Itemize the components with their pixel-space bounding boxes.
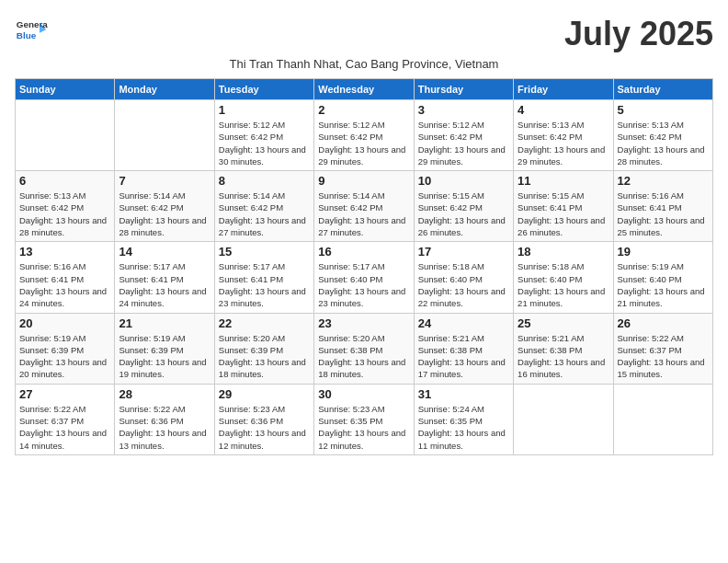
calendar-cell: 18Sunrise: 5:18 AMSunset: 6:40 PMDayligh…	[514, 242, 613, 313]
day-info: Sunrise: 5:17 AMSunset: 6:40 PMDaylight:…	[318, 260, 409, 309]
calendar-cell	[115, 100, 214, 171]
calendar-header-row: SundayMondayTuesdayWednesdayThursdayFrid…	[16, 79, 713, 100]
day-number: 22	[219, 316, 310, 330]
day-number: 30	[318, 387, 409, 401]
svg-text:Blue: Blue	[17, 30, 37, 40]
calendar-week-5: 27Sunrise: 5:22 AMSunset: 6:37 PMDayligh…	[16, 384, 713, 454]
calendar-cell: 13Sunrise: 5:16 AMSunset: 6:41 PMDayligh…	[16, 242, 115, 313]
day-number: 29	[219, 387, 310, 401]
calendar-cell	[514, 384, 613, 454]
day-number: 6	[19, 174, 110, 188]
weekday-header-saturday: Saturday	[613, 79, 712, 100]
calendar-cell: 10Sunrise: 5:15 AMSunset: 6:42 PMDayligh…	[414, 171, 513, 242]
day-number: 15	[219, 245, 310, 259]
day-number: 24	[418, 316, 509, 330]
day-number: 4	[518, 103, 609, 117]
day-number: 3	[418, 103, 509, 117]
calendar-cell: 15Sunrise: 5:17 AMSunset: 6:41 PMDayligh…	[214, 242, 313, 313]
weekday-header-thursday: Thursday	[414, 79, 513, 100]
calendar-cell: 27Sunrise: 5:22 AMSunset: 6:37 PMDayligh…	[16, 384, 115, 454]
day-info: Sunrise: 5:14 AMSunset: 6:42 PMDaylight:…	[119, 190, 210, 238]
day-number: 27	[19, 387, 110, 401]
day-info: Sunrise: 5:12 AMSunset: 6:42 PMDaylight:…	[318, 119, 409, 167]
day-number: 21	[119, 316, 210, 330]
day-info: Sunrise: 5:20 AMSunset: 6:38 PMDaylight:…	[318, 332, 409, 381]
calendar-cell: 21Sunrise: 5:19 AMSunset: 6:39 PMDayligh…	[115, 313, 214, 384]
day-info: Sunrise: 5:15 AMSunset: 6:42 PMDaylight:…	[418, 190, 509, 238]
calendar-cell: 14Sunrise: 5:17 AMSunset: 6:41 PMDayligh…	[115, 242, 214, 313]
day-info: Sunrise: 5:22 AMSunset: 6:36 PMDaylight:…	[119, 403, 210, 452]
calendar-cell: 2Sunrise: 5:12 AMSunset: 6:42 PMDaylight…	[314, 100, 414, 171]
calendar-table: SundayMondayTuesdayWednesdayThursdayFrid…	[15, 78, 713, 455]
day-number: 8	[219, 174, 310, 188]
day-info: Sunrise: 5:22 AMSunset: 6:37 PMDaylight:…	[618, 332, 709, 381]
calendar-cell: 17Sunrise: 5:18 AMSunset: 6:40 PMDayligh…	[414, 242, 513, 313]
day-number: 5	[618, 103, 709, 117]
calendar-body: 1Sunrise: 5:12 AMSunset: 6:42 PMDaylight…	[16, 100, 713, 455]
calendar-cell: 12Sunrise: 5:16 AMSunset: 6:41 PMDayligh…	[613, 171, 712, 242]
day-number: 14	[119, 245, 210, 259]
day-number: 2	[318, 103, 409, 117]
calendar-cell: 6Sunrise: 5:13 AMSunset: 6:42 PMDaylight…	[16, 171, 115, 242]
calendar-cell: 23Sunrise: 5:20 AMSunset: 6:38 PMDayligh…	[314, 313, 414, 384]
day-number: 28	[119, 387, 210, 401]
day-number: 9	[318, 174, 409, 188]
day-info: Sunrise: 5:20 AMSunset: 6:39 PMDaylight:…	[219, 332, 310, 381]
day-number: 1	[219, 103, 310, 117]
day-number: 17	[418, 245, 509, 259]
calendar-cell: 3Sunrise: 5:12 AMSunset: 6:42 PMDaylight…	[414, 100, 513, 171]
day-info: Sunrise: 5:17 AMSunset: 6:41 PMDaylight:…	[219, 260, 310, 309]
subtitle: Thi Tran Thanh Nhat, Cao Bang Province, …	[15, 57, 713, 71]
day-info: Sunrise: 5:17 AMSunset: 6:41 PMDaylight:…	[119, 260, 210, 309]
day-number: 23	[318, 316, 409, 330]
day-info: Sunrise: 5:23 AMSunset: 6:36 PMDaylight:…	[219, 403, 310, 452]
day-number: 13	[19, 245, 110, 259]
calendar-cell: 22Sunrise: 5:20 AMSunset: 6:39 PMDayligh…	[214, 313, 313, 384]
calendar-cell: 20Sunrise: 5:19 AMSunset: 6:39 PMDayligh…	[16, 313, 115, 384]
month-title: July 2025	[564, 15, 713, 53]
day-number: 12	[618, 174, 709, 188]
weekday-header-monday: Monday	[115, 79, 214, 100]
day-info: Sunrise: 5:19 AMSunset: 6:40 PMDaylight:…	[618, 260, 709, 309]
day-info: Sunrise: 5:16 AMSunset: 6:41 PMDaylight:…	[618, 190, 709, 238]
calendar-cell: 11Sunrise: 5:15 AMSunset: 6:41 PMDayligh…	[514, 171, 613, 242]
calendar-cell: 28Sunrise: 5:22 AMSunset: 6:36 PMDayligh…	[115, 384, 214, 454]
calendar-cell: 30Sunrise: 5:23 AMSunset: 6:35 PMDayligh…	[314, 384, 414, 454]
calendar-cell: 26Sunrise: 5:22 AMSunset: 6:37 PMDayligh…	[613, 313, 712, 384]
day-number: 19	[618, 245, 709, 259]
calendar-cell	[16, 100, 115, 171]
logo: General Blue General Blue	[15, 15, 48, 48]
day-info: Sunrise: 5:19 AMSunset: 6:39 PMDaylight:…	[19, 332, 110, 381]
calendar-cell	[613, 384, 712, 454]
day-number: 7	[119, 174, 210, 188]
day-info: Sunrise: 5:15 AMSunset: 6:41 PMDaylight:…	[518, 190, 609, 238]
day-info: Sunrise: 5:21 AMSunset: 6:38 PMDaylight:…	[518, 332, 609, 381]
logo-icon: General Blue	[15, 15, 48, 48]
weekday-header-tuesday: Tuesday	[214, 79, 313, 100]
day-info: Sunrise: 5:24 AMSunset: 6:35 PMDaylight:…	[418, 403, 509, 452]
day-number: 26	[618, 316, 709, 330]
day-info: Sunrise: 5:21 AMSunset: 6:38 PMDaylight:…	[418, 332, 509, 381]
calendar-week-1: 1Sunrise: 5:12 AMSunset: 6:42 PMDaylight…	[16, 100, 713, 171]
day-info: Sunrise: 5:18 AMSunset: 6:40 PMDaylight:…	[518, 260, 609, 309]
page-header: General Blue General Blue July 2025	[15, 15, 713, 53]
weekday-header-wednesday: Wednesday	[314, 79, 414, 100]
calendar-cell: 16Sunrise: 5:17 AMSunset: 6:40 PMDayligh…	[314, 242, 414, 313]
day-number: 20	[19, 316, 110, 330]
weekday-header-friday: Friday	[514, 79, 613, 100]
calendar-cell: 24Sunrise: 5:21 AMSunset: 6:38 PMDayligh…	[414, 313, 513, 384]
calendar-cell: 19Sunrise: 5:19 AMSunset: 6:40 PMDayligh…	[613, 242, 712, 313]
weekday-header-sunday: Sunday	[16, 79, 115, 100]
day-number: 18	[518, 245, 609, 259]
day-number: 31	[418, 387, 509, 401]
day-info: Sunrise: 5:14 AMSunset: 6:42 PMDaylight:…	[219, 190, 310, 238]
calendar-cell: 1Sunrise: 5:12 AMSunset: 6:42 PMDaylight…	[214, 100, 313, 171]
day-info: Sunrise: 5:13 AMSunset: 6:42 PMDaylight:…	[19, 190, 110, 238]
day-info: Sunrise: 5:18 AMSunset: 6:40 PMDaylight:…	[418, 260, 509, 309]
calendar-cell: 31Sunrise: 5:24 AMSunset: 6:35 PMDayligh…	[414, 384, 513, 454]
day-info: Sunrise: 5:23 AMSunset: 6:35 PMDaylight:…	[318, 403, 409, 452]
calendar-cell: 25Sunrise: 5:21 AMSunset: 6:38 PMDayligh…	[514, 313, 613, 384]
day-number: 11	[518, 174, 609, 188]
calendar-week-4: 20Sunrise: 5:19 AMSunset: 6:39 PMDayligh…	[16, 313, 713, 384]
day-number: 16	[318, 245, 409, 259]
